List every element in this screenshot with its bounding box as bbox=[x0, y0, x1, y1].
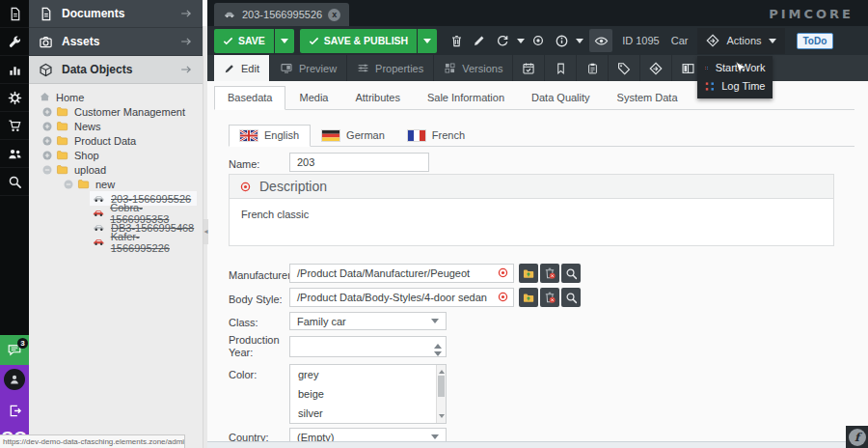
tab-preview[interactable]: Preview bbox=[269, 55, 346, 81]
open-preview-button[interactable] bbox=[589, 29, 612, 52]
tree-item-kafer[interactable]: Kafer-1566995226 bbox=[29, 235, 203, 249]
tab-basedata[interactable]: Basedata bbox=[214, 86, 285, 110]
description-body[interactable]: French classic bbox=[229, 199, 834, 246]
save-publish-button[interactable]: SAVE & PUBLISH bbox=[300, 29, 437, 53]
bottom-scroll-strip[interactable] bbox=[207, 441, 868, 448]
name-input[interactable] bbox=[289, 153, 429, 172]
tree-item-customer-management[interactable]: Customer Management bbox=[29, 104, 203, 119]
tags-button[interactable] bbox=[608, 55, 639, 81]
manufacturer-search-button[interactable] bbox=[561, 264, 581, 283]
customers-rail-icon[interactable] bbox=[0, 140, 29, 168]
spin-up-icon[interactable] bbox=[434, 340, 442, 349]
tree-item-shop[interactable]: Shop bbox=[29, 148, 203, 162]
tab-system-data[interactable]: System Data bbox=[604, 86, 692, 110]
collapse-handle-icon[interactable]: ◂ bbox=[203, 219, 208, 244]
color-option-grey[interactable]: grey bbox=[290, 365, 446, 384]
delete-button[interactable] bbox=[445, 29, 468, 52]
manufacturer-field[interactable]: /Product Data/Manufacturer/Peugeot bbox=[289, 264, 514, 283]
reload-dropdown-caret[interactable] bbox=[514, 29, 527, 52]
scrollbar-thumb[interactable] bbox=[438, 376, 445, 397]
actions-button[interactable]: Actions bbox=[697, 28, 784, 54]
color-listbox[interactable]: grey beige silver bbox=[289, 364, 447, 424]
tree-item-product-data[interactable]: Product Data bbox=[29, 133, 203, 148]
settings-rail-icon[interactable] bbox=[0, 84, 29, 112]
avatar[interactable] bbox=[4, 369, 25, 390]
expand-plus-icon[interactable] bbox=[41, 121, 53, 132]
scroll-down-icon[interactable] bbox=[439, 414, 445, 421]
menu-item-log-time[interactable]: Log Time bbox=[697, 77, 773, 96]
body-style-browse-button[interactable] bbox=[519, 288, 538, 307]
todo-badge[interactable]: ToDo bbox=[797, 33, 834, 49]
listbox-scrollbar[interactable] bbox=[436, 365, 446, 423]
reports-rail-icon[interactable] bbox=[0, 56, 29, 84]
tab-media[interactable]: Media bbox=[285, 86, 341, 110]
reload-button[interactable] bbox=[491, 29, 514, 52]
expand-plus-icon[interactable] bbox=[41, 150, 53, 161]
color-option-beige[interactable]: beige bbox=[290, 384, 446, 404]
workflow-button[interactable] bbox=[639, 55, 671, 81]
close-icon[interactable]: x bbox=[328, 9, 340, 21]
manufacturer-browse-button[interactable] bbox=[519, 264, 538, 283]
manufacturer-clear-button[interactable] bbox=[540, 264, 559, 283]
tools-rail-icon[interactable] bbox=[0, 28, 29, 56]
tab-edit[interactable]: Edit bbox=[214, 55, 269, 81]
save-button[interactable]: SAVE bbox=[214, 29, 294, 53]
rename-button[interactable] bbox=[468, 29, 491, 52]
tab-attributes[interactable]: Attributes bbox=[341, 86, 413, 110]
locate-in-tree-button[interactable] bbox=[527, 29, 550, 52]
body-style-value[interactable]: /Product Data/Body-Styles/4-door sedan bbox=[289, 288, 514, 307]
tab-lang-english[interactable]: English bbox=[229, 125, 311, 147]
panel-data-objects[interactable]: Data Objects bbox=[29, 56, 203, 84]
tab-properties[interactable]: Properties bbox=[346, 55, 433, 81]
production-year-spinner[interactable] bbox=[289, 336, 447, 357]
chat-button[interactable]: 3 bbox=[0, 335, 29, 365]
bookmark-button[interactable] bbox=[544, 55, 576, 81]
tab-lang-french[interactable]: French bbox=[396, 125, 476, 147]
body-style-clear-button[interactable] bbox=[540, 288, 559, 307]
info-button[interactable] bbox=[550, 29, 573, 52]
spin-down-icon[interactable] bbox=[434, 351, 442, 360]
documents-rail-icon[interactable] bbox=[0, 0, 29, 28]
document-icon bbox=[39, 7, 53, 21]
sidebar-splitter[interactable]: ◂ bbox=[203, 26, 207, 448]
schedule-button[interactable] bbox=[512, 55, 544, 81]
search-rail-icon[interactable] bbox=[0, 168, 29, 196]
collapse-minus-icon[interactable] bbox=[63, 179, 74, 190]
save-publish-dropdown-caret[interactable] bbox=[418, 29, 437, 53]
tab-lang-german[interactable]: German bbox=[311, 125, 396, 147]
menu-item-start-work[interactable]: Start Work bbox=[697, 59, 773, 77]
ecommerce-rail-icon[interactable] bbox=[0, 112, 29, 140]
car-icon bbox=[92, 221, 106, 234]
panel-documents[interactable]: Documents bbox=[29, 0, 203, 28]
expand-plus-icon[interactable] bbox=[41, 135, 53, 147]
tree-item-home[interactable]: Home bbox=[29, 90, 203, 104]
country-select[interactable]: (Empty) bbox=[289, 428, 447, 441]
info-dropdown-caret[interactable] bbox=[573, 29, 585, 52]
save-dropdown-caret[interactable] bbox=[275, 29, 294, 53]
scroll-up-icon[interactable] bbox=[439, 367, 445, 374]
german-flag-icon bbox=[322, 130, 339, 141]
class-value: Family car bbox=[297, 316, 346, 327]
object-id-label: ID 1095 bbox=[622, 35, 660, 46]
color-option-silver[interactable]: silver bbox=[290, 404, 446, 423]
spinner-arrows[interactable] bbox=[434, 340, 442, 360]
panel-assets[interactable]: Assets bbox=[29, 28, 203, 56]
tree-item-news[interactable]: News bbox=[29, 119, 203, 133]
collapse-minus-icon[interactable] bbox=[41, 164, 53, 176]
corner-badge[interactable]: f bbox=[846, 426, 868, 448]
tree-item-cobra[interactable]: Cobra-1566995353 bbox=[29, 206, 203, 220]
manufacturer-value[interactable]: /Product Data/Manufacturer/Peugeot bbox=[289, 264, 514, 283]
menu-item-label: Log Time bbox=[721, 80, 765, 92]
notes-button[interactable] bbox=[576, 55, 608, 81]
expand-plus-icon[interactable] bbox=[41, 106, 53, 118]
tab-data-quality[interactable]: Data Quality bbox=[518, 86, 604, 110]
tab-versions[interactable]: Versions bbox=[433, 55, 512, 81]
logout-button[interactable] bbox=[8, 398, 22, 423]
body-style-search-button[interactable] bbox=[561, 288, 581, 307]
tree-item-new[interactable]: new bbox=[29, 177, 203, 191]
open-object-tab[interactable]: 203-1566995526 x bbox=[214, 3, 349, 26]
class-select[interactable]: Family car bbox=[289, 312, 447, 330]
body-style-field[interactable]: /Product Data/Body-Styles/4-door sedan bbox=[289, 288, 514, 307]
tab-sale-information[interactable]: Sale Information bbox=[414, 86, 518, 110]
tree-item-upload[interactable]: upload bbox=[29, 162, 203, 177]
